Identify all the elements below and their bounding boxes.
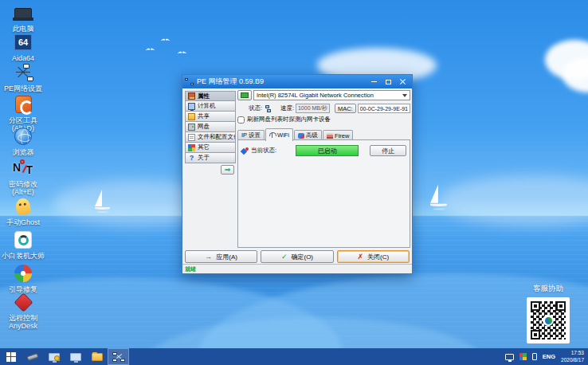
sidebar-item-label: 计算机: [198, 102, 216, 110]
taskbar-item-password-tool[interactable]: [43, 348, 65, 365]
speed-value: 1000 MB/秒: [296, 104, 330, 113]
minimize-button[interactable]: [367, 77, 381, 87]
taskbar-item-computer[interactable]: [65, 348, 86, 365]
wifi-status-icon: [241, 147, 249, 155]
desktop-icon-anydesk[interactable]: 远程控制 AnyDesk: [2, 292, 45, 330]
folder-icon: [92, 353, 103, 361]
close-label: 关闭(C): [367, 253, 389, 261]
ghost-icon: [11, 196, 35, 217]
taskbar: ENG 17:53 2020/8/17: [0, 348, 588, 365]
tool-icon: [26, 352, 38, 360]
sidebar-item-label: 网盘: [198, 123, 210, 131]
taskbar-clock[interactable]: 17:53 2020/8/17: [561, 350, 584, 364]
refresh-option-row: 刷新网盘列表时探测内网卡设备: [237, 116, 410, 124]
desktop-icon-this-pc[interactable]: 此电脑: [2, 2, 45, 33]
desktop-icon-pe-network[interactable]: PE网络设置: [2, 62, 45, 92]
sidebar-item-profiles[interactable]: 文件和配置文件: [185, 132, 236, 143]
sidebar-item-properties[interactable]: 属性: [185, 91, 236, 101]
qr-logo: [543, 315, 554, 326]
dialog-footer: →应用(A) ✓确定(O) ✗关闭(C): [185, 250, 410, 263]
tray-network-icon[interactable]: [505, 354, 514, 360]
sidebar-item-computer[interactable]: 计算机: [185, 101, 236, 112]
clock-time: 17:53: [561, 350, 584, 357]
sidebar-expand-button[interactable]: ⇒: [221, 165, 234, 175]
anydesk-icon: [11, 292, 35, 312]
desktop-icon-browser[interactable]: 浏览器: [2, 126, 45, 156]
ok-label: 确定(O): [291, 253, 313, 261]
sidebar-item-netdrive[interactable]: 网盘: [185, 122, 236, 132]
files-icon: [188, 134, 195, 141]
sidebar-item-label: 属性: [198, 92, 210, 100]
desktop-icon-xiaobai-installer[interactable]: 小白装机大师: [2, 230, 45, 260]
sailboat: [95, 190, 110, 213]
sidebar-item-share[interactable]: 共享: [185, 112, 236, 122]
ok-button[interactable]: ✓确定(O): [261, 250, 333, 263]
tray-device-icon[interactable]: [532, 353, 537, 360]
close-button[interactable]: ✗关闭(C): [337, 250, 410, 263]
tab-wifi[interactable]: WiFi: [265, 128, 293, 141]
bird: [178, 49, 186, 54]
taskbar-item-tool[interactable]: [22, 348, 43, 365]
desktop-icon-label: AnyDesk: [2, 322, 45, 330]
share-folder-icon: [188, 113, 195, 120]
network-drive-icon: [188, 124, 195, 131]
desktop-icon-aida64[interactable]: 64 Aida64: [2, 32, 45, 62]
language-indicator[interactable]: ENG: [543, 353, 555, 360]
bird: [146, 46, 155, 51]
refresh-detect-checkbox[interactable]: [237, 116, 245, 124]
adapter-select[interactable]: Intel(R) 82574L Gigabit Network Connecti…: [253, 90, 410, 100]
monitor-icon: [70, 353, 81, 361]
tiles-icon: [188, 144, 195, 151]
wifi-icon: [269, 132, 276, 138]
tab-strip: IP 设置 WiFi 高级 Firew: [237, 128, 410, 140]
qr-code: [527, 297, 570, 343]
x-icon: ✗: [357, 253, 363, 261]
laptop-icon: [11, 2, 35, 23]
mac-value: 00-0C-29-29-9E-91: [358, 104, 410, 113]
taskbar-item-pe-network[interactable]: [108, 348, 129, 365]
status-bar: 就绪: [182, 264, 412, 273]
window-title: PE 网络管理 0.59.B9: [197, 77, 367, 87]
computer-icon: [188, 103, 195, 110]
desktop-icon-password-reset[interactable]: NT 密码修改 (Alt+E): [2, 158, 45, 196]
refresh-checkbox-label: 刷新网盘列表时探测内网卡设备: [247, 116, 331, 124]
main-panel: Intel(R) 82574L Gigabit Network Connecti…: [237, 90, 410, 248]
sidebar-item-other[interactable]: 其它: [185, 143, 236, 153]
sidebar-item-label: 共享: [198, 112, 210, 120]
desktop-icon-ghost[interactable]: 手动Ghost: [2, 196, 45, 226]
desktop-icon-label: 分区工具: [2, 116, 45, 124]
apply-button[interactable]: →应用(A): [185, 250, 257, 263]
diskgenius-icon: [11, 94, 35, 115]
question-mark-icon: ?: [188, 155, 195, 162]
tab-label: IP 设置: [241, 131, 261, 139]
adapter-icon: [188, 92, 195, 100]
wifi-started-button[interactable]: 已启动: [296, 145, 359, 156]
start-button[interactable]: [0, 348, 22, 365]
desktop-icon-boot-repair[interactable]: 引导修复: [2, 263, 45, 293]
wifi-stop-button[interactable]: 停止: [370, 145, 406, 156]
desktop-icon-label: (Alt+E): [2, 188, 45, 196]
desktop-icon-label: Aida64: [2, 54, 45, 62]
maximize-button[interactable]: [382, 77, 395, 87]
sidebar: 属性 计算机 共享 网盘 文件和配置文件 其它 ?关于: [185, 91, 236, 163]
tab-label: Firew: [335, 132, 349, 139]
desktop-icon-label: PE网络设置: [2, 84, 45, 92]
adapter-refresh-button[interactable]: [237, 90, 252, 100]
firewall-icon: [327, 133, 333, 139]
sailboat: [430, 185, 447, 210]
desktop-icon-label: 密码修改: [2, 180, 45, 188]
bird: [161, 37, 170, 41]
mac-button[interactable]: MAC:: [335, 104, 356, 113]
sidebar-item-label: 关于: [198, 154, 210, 162]
close-icon[interactable]: [396, 77, 410, 87]
adapter-card-icon: [241, 92, 249, 98]
status-label: 状态:: [249, 104, 262, 112]
title-bar[interactable]: PE 网络管理 0.59.B9: [182, 75, 412, 88]
connection-status-icon: [265, 105, 271, 112]
sidebar-item-about[interactable]: ?关于: [185, 153, 236, 163]
taskbar-item-explorer[interactable]: [86, 348, 108, 365]
monitor-key-icon: [49, 353, 60, 361]
tray-color-app-icon[interactable]: [519, 353, 527, 360]
arrow-right-icon: →: [205, 253, 212, 261]
installer-icon: [11, 230, 35, 250]
